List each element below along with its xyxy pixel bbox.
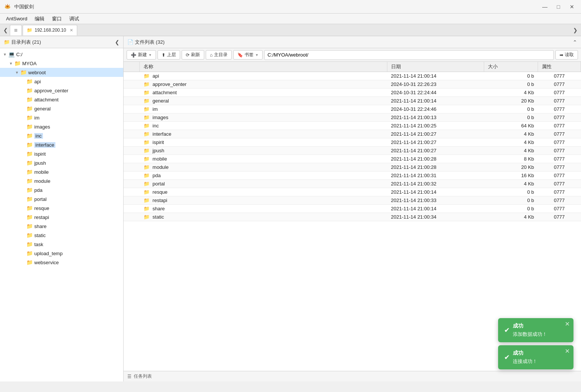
table-row[interactable]: 📁images2021-11-14 21:00:130 b0777 [124, 113, 581, 122]
th-attr[interactable]: 属性 [538, 62, 581, 72]
row-name[interactable]: 📁ispirit [140, 138, 387, 147]
table-row[interactable]: 📁api2021-11-14 21:00:140 b0777 [124, 72, 581, 80]
menu-antsword[interactable]: AntSword [2, 15, 31, 22]
row-name[interactable]: 📁approve_center [140, 80, 387, 89]
row-name[interactable]: 📁attachment [140, 89, 387, 97]
menu-debug[interactable]: 调试 [66, 15, 83, 23]
tree-item[interactable]: 📁pda [0, 185, 123, 194]
table-row[interactable]: 📁module2021-11-14 21:00:2820 Kb0777 [124, 163, 581, 172]
table-row[interactable]: 📁resque2021-11-14 21:00:140 b0777 [124, 188, 581, 196]
table-row[interactable]: 📁static2021-11-14 21:00:344 Kb0777 [124, 213, 581, 221]
home-button[interactable]: ⌂ 主目录 [206, 50, 232, 60]
tree-item[interactable]: 📁attachment [0, 95, 123, 104]
row-name[interactable]: 📁api [140, 72, 387, 80]
read-button[interactable]: ➡ 读取 [555, 50, 578, 60]
tree-item[interactable]: 📁share [0, 222, 123, 231]
right-panel-collapse-btn[interactable]: ⌃ [573, 39, 577, 45]
table-row[interactable]: 📁portal2021-11-14 21:00:324 Kb0777 [124, 180, 581, 188]
path-input[interactable] [264, 50, 554, 60]
menu-window[interactable]: 窗口 [48, 15, 66, 23]
tree-item[interactable]: 📁webservice [0, 258, 123, 267]
new-button[interactable]: ➕ 新建 ▼ [127, 50, 156, 60]
row-name[interactable]: 📁resque [140, 188, 387, 196]
refresh-button[interactable]: ⟳ 刷新 [182, 50, 204, 60]
tree-item[interactable]: 📁upload_temp [0, 249, 123, 258]
tree-item[interactable]: 📁api [0, 77, 123, 86]
tree-item[interactable]: 📁resque [0, 204, 123, 213]
row-name[interactable]: 📁portal [140, 180, 387, 188]
bottom-bar: ☰ 任务列表 [124, 371, 581, 381]
tree-item[interactable]: 📁static [0, 231, 123, 240]
tree-item[interactable]: 📁module [0, 176, 123, 185]
row-name[interactable]: 📁inc [140, 122, 387, 130]
up-label: 上层 [167, 52, 176, 58]
tree-arrow-icon [20, 224, 26, 229]
table-row[interactable]: 📁inc2021-11-14 21:00:2564 Kb0777 [124, 122, 581, 130]
tree-item[interactable]: 📁mobile [0, 167, 123, 176]
tree-item[interactable]: ▼📁MYOA [0, 59, 123, 68]
tree-item[interactable]: 📁images [0, 122, 123, 131]
tab-close-button[interactable]: ✕ [70, 28, 73, 33]
th-name[interactable]: 名称 [140, 62, 387, 72]
up-button[interactable]: ⬆ 上层 [157, 50, 180, 60]
row-name[interactable]: 📁images [140, 113, 387, 122]
tree-item[interactable]: 📁general [0, 104, 123, 113]
row-name[interactable]: 📁restapi [140, 196, 387, 205]
table-row[interactable]: 📁jpush2021-11-14 21:00:274 Kb0777 [124, 147, 581, 155]
table-row[interactable]: 📁im2024-10-31 22:24:460 b0777 [124, 105, 581, 113]
tree-item[interactable]: 📁interface [0, 140, 123, 149]
row-name[interactable]: 📁general [140, 97, 387, 105]
row-folder-icon: 📁 [144, 90, 150, 95]
tree-item[interactable]: 📁approve_center [0, 86, 123, 95]
close-button[interactable]: ✕ [567, 2, 577, 11]
tree-item[interactable]: ▼💻C:/ [0, 50, 123, 59]
table-row[interactable]: 📁general2021-11-14 21:00:1420 Kb0777 [124, 97, 581, 105]
tree-item[interactable]: ▼📁webroot [0, 68, 123, 77]
tree-arrow-icon [20, 242, 26, 247]
tree-folder-icon: 📁 [26, 205, 33, 211]
tree-item[interactable]: 📁restapi [0, 213, 123, 222]
tree-item[interactable]: 📁jpush [0, 158, 123, 167]
tree-folder-icon: 📁 [26, 241, 33, 247]
tree-item[interactable]: 📁inc [0, 131, 123, 140]
row-name[interactable]: 📁pda [140, 172, 387, 180]
table-row[interactable]: 📁pda2021-11-14 21:00:3116 Kb0777 [124, 172, 581, 180]
maximize-button[interactable]: □ [553, 2, 564, 11]
row-name[interactable]: 📁static [140, 213, 387, 221]
row-name[interactable]: 📁share [140, 205, 387, 213]
table-row[interactable]: 📁attachment2024-10-31 22:24:444 Kb0777 [124, 89, 581, 97]
minimize-button[interactable]: — [540, 2, 550, 11]
table-row[interactable]: 📁interface2021-11-14 21:00:274 Kb0777 [124, 130, 581, 138]
tree-item[interactable]: 📁ispirit [0, 149, 123, 158]
tab-nav-right[interactable]: ❯ [571, 25, 579, 35]
row-name[interactable]: 📁mobile [140, 155, 387, 163]
th-size[interactable]: 大小 [484, 62, 538, 72]
tab-main[interactable]: 📁 192.168.200.10 ✕ [23, 25, 77, 35]
tab-nav-left[interactable]: ❮ [2, 25, 10, 35]
tree-item[interactable]: 📁im [0, 113, 123, 122]
toast-1-message: 添加数据成功！ [513, 331, 547, 338]
bookmark-button[interactable]: 🔖 书签 ▼ [233, 50, 263, 60]
row-name[interactable]: 📁interface [140, 130, 387, 138]
toast-2-check-icon: ✔ [504, 353, 510, 361]
left-panel-collapse-btn[interactable]: ❮ [115, 39, 119, 45]
table-row[interactable]: 📁ispirit2021-11-14 21:00:274 Kb0777 [124, 138, 581, 147]
tree-item[interactable]: 📁portal [0, 194, 123, 204]
th-date[interactable]: 日期 [387, 62, 484, 72]
table-row[interactable]: 📁mobile2021-11-14 21:00:288 Kb0777 [124, 155, 581, 163]
tree-item[interactable]: 📁task [0, 240, 123, 249]
row-name[interactable]: 📁jpush [140, 147, 387, 155]
menu-edit[interactable]: 编辑 [31, 15, 48, 23]
row-name[interactable]: 📁im [140, 105, 387, 113]
toast-2-close[interactable]: ✕ [565, 348, 570, 355]
table-row[interactable]: 📁restapi2021-11-14 21:00:330 b0777 [124, 196, 581, 205]
toast-1-close[interactable]: ✕ [565, 320, 570, 328]
table-row[interactable]: 📁approve_center2024-10-31 22:26:230 b077… [124, 80, 581, 89]
row-size: 16 Kb [484, 172, 538, 180]
table-row[interactable]: 📁share2021-11-14 21:00:140 b0777 [124, 205, 581, 213]
row-name-text: resque [153, 189, 168, 195]
tab-grid[interactable]: ≣ [10, 25, 22, 35]
row-check-cell [124, 130, 140, 138]
row-name[interactable]: 📁module [140, 163, 387, 172]
tree-area[interactable]: ▼💻C:/▼📁MYOA▼📁webroot📁api📁approve_center📁… [0, 48, 123, 381]
